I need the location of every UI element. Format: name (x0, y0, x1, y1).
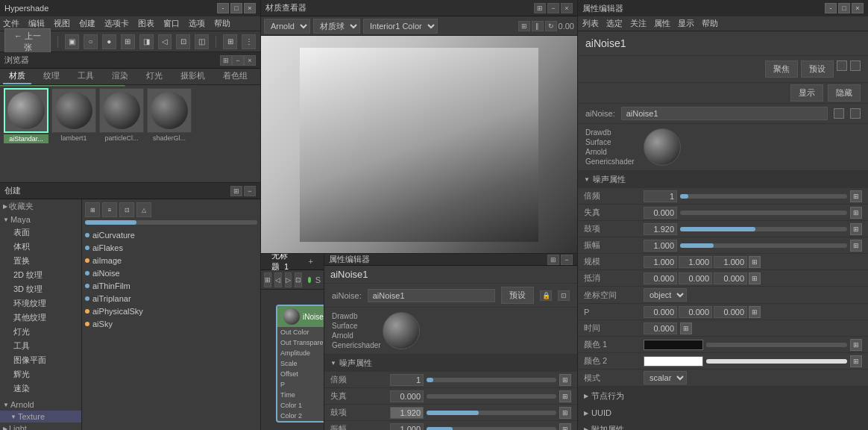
material-thumb-1[interactable] (4, 88, 48, 133)
material-thumb-2[interactable] (51, 88, 96, 133)
tree-item-replace[interactable]: 置换 (0, 254, 81, 268)
shape-select[interactable]: 材质球 (313, 19, 360, 34)
list-item[interactable]: aiPhysicalSky (85, 305, 257, 317)
build-icon-2[interactable]: − (244, 186, 256, 196)
right-slider-color2[interactable] (706, 359, 847, 364)
build-icon-1[interactable]: ⊞ (230, 186, 242, 196)
right-prop-val-zhefu[interactable]: 1.000 (644, 240, 677, 252)
inline-slider-zhefu[interactable] (427, 427, 556, 431)
tree-item-surface[interactable]: 表面 (0, 225, 81, 240)
tree-group-maya[interactable]: ▼ Maya (0, 214, 81, 225)
right-close-btn[interactable]: × (852, 3, 864, 13)
right-prop-val-dixiao1[interactable]: 0.000 (644, 272, 677, 284)
inline-icon-1[interactable]: ⊞ (547, 255, 559, 265)
right-prop-val-guimo3[interactable]: 1.000 (714, 256, 747, 268)
right-focus-btn[interactable]: 聚焦 (765, 60, 798, 78)
right-check-sq-2[interactable] (850, 60, 861, 71)
inline-prop-val-beipn[interactable]: 1 (390, 374, 424, 386)
right-coord-select[interactable]: object (644, 288, 687, 302)
list-item[interactable]: aiTriplanar (85, 293, 257, 305)
inline-copy-icon[interactable]: ⊡ (558, 290, 570, 301)
right-extra-header[interactable]: ▶ 附加属性 (578, 421, 868, 430)
menu-help[interactable]: 帮助 (214, 18, 230, 29)
tab-shading-group[interactable]: 着色组 (217, 69, 254, 84)
tab-material[interactable]: 材质 (3, 69, 31, 84)
list-item[interactable]: aiCurvature (85, 229, 257, 241)
right-prop-icon-time[interactable]: ⊞ (680, 322, 692, 334)
list-item[interactable]: aiNoise (85, 267, 257, 279)
tree-group-light[interactable]: ▶ Light (0, 423, 81, 430)
right-prop-val-guimo1[interactable]: 1.000 (644, 256, 677, 268)
right-menu-selected[interactable]: 选定 (606, 18, 623, 29)
right-menu-help[interactable]: 帮助 (702, 18, 718, 29)
material-thumb-4[interactable] (147, 88, 192, 133)
close-btn[interactable]: × (244, 3, 256, 13)
list-item[interactable]: aiFlakes (85, 242, 257, 254)
right-node-behavior-header[interactable]: ▶ 节点行为 (578, 387, 868, 405)
toolbar-icon-8[interactable]: ◫ (195, 34, 209, 49)
right-prop-val-p3[interactable]: 0.000 (714, 306, 747, 318)
inline-lock-icon[interactable]: 🔒 (540, 290, 552, 301)
toolbar-icon-3[interactable]: ● (102, 34, 116, 49)
right-minimize-btn[interactable]: - (825, 3, 837, 13)
right-prop-icon-beipin[interactable]: ⊞ (850, 190, 862, 202)
inline-slider-shizhen[interactable] (427, 394, 556, 399)
tab-texture[interactable]: 纹理 (37, 69, 66, 84)
right-slider-color1[interactable] (706, 343, 847, 347)
tab-light[interactable]: 灯光 (140, 69, 169, 84)
node-add-tab[interactable]: + (303, 255, 319, 269)
right-color2-swatch[interactable] (644, 356, 703, 367)
inline-prop-icon-beipn[interactable]: ⊞ (559, 374, 571, 386)
node-toolbar-1[interactable]: ⊞ (264, 272, 271, 287)
right-prop-val-dixiao3[interactable]: 0.000 (714, 272, 747, 284)
inline-slider-guxiang[interactable] (427, 411, 556, 415)
right-uuid-header[interactable]: ▶ UUID (578, 405, 868, 420)
tree-item-tools[interactable]: 工具 (0, 339, 81, 353)
material-select[interactable]: Interior1 Color (363, 19, 438, 34)
tree-group-arnold[interactable]: ▼ Arnold (0, 399, 81, 411)
menu-graph[interactable]: 图表 (138, 18, 154, 29)
inline-prop-val-guxiang[interactable]: 1.920 (390, 407, 424, 419)
list-item[interactable]: aiStandardSurface1 (aiStandardSurface) a… (3, 88, 49, 179)
right-prop-icon-color1[interactable]: ⊞ (850, 339, 862, 351)
list-item[interactable]: lambert1 (51, 88, 97, 179)
tree-item-2dtexture[interactable]: 2D 纹理 (0, 268, 81, 282)
tab-tools[interactable]: 工具 (72, 69, 100, 84)
right-prop-val-guimo2[interactable]: 1.000 (679, 256, 712, 268)
list-item[interactable]: shaderGl... (146, 88, 192, 179)
build-toolbar-2[interactable]: ≡ (102, 202, 117, 217)
right-prop-val-shizhen[interactable]: 0.000 (644, 207, 677, 219)
tab-render[interactable]: 渲染 (106, 69, 134, 84)
right-prop-val-p1[interactable]: 0.000 (644, 306, 677, 318)
tree-item-othertexture[interactable]: 其他纹理 (0, 311, 81, 325)
right-noise-section-header[interactable]: ▼ 噪声属性 (578, 171, 868, 188)
right-slider-guxiang[interactable] (680, 227, 847, 231)
right-mode-select[interactable]: scalar (644, 371, 687, 384)
tree-item-envtexture[interactable]: 环境纹理 (0, 296, 81, 311)
list-item[interactable]: particleCl... (98, 88, 145, 179)
browser-icon-1[interactable]: ⊞ (220, 55, 232, 66)
toolbar-icon-7[interactable]: ⊡ (176, 34, 190, 49)
viewer-minus-icon[interactable]: − (547, 3, 559, 13)
inline-prop-val-shizhen[interactable]: 0.000 (390, 390, 424, 402)
minimize-btn[interactable]: - (217, 3, 229, 13)
inline-prop-val-zhefu[interactable]: 1.000 (390, 423, 424, 431)
right-slider-shizhen[interactable] (680, 211, 847, 215)
viewer-toolbar-icon-1[interactable]: ⊞ (518, 21, 530, 31)
tree-item-volume[interactable]: 体积 (0, 240, 81, 254)
right-color1-swatch[interactable] (644, 340, 703, 350)
inline-noise-section-header[interactable]: ▼ 噪声属性 (324, 355, 577, 372)
browser-icon-3[interactable]: × (244, 55, 256, 66)
tree-item-glow[interactable]: 辉光 (0, 367, 81, 381)
right-slider-zhefu[interactable] (680, 243, 847, 248)
toolbar-icon-2[interactable]: ○ (84, 34, 98, 49)
viewer-toolbar-icon-3[interactable]: ↻ (545, 21, 557, 31)
list-item[interactable]: aiImage (85, 255, 257, 267)
right-prop-val-beipin[interactable]: 1 (644, 190, 677, 202)
node-toolbar-4[interactable]: ⊡ (295, 272, 302, 287)
build-toolbar-4[interactable]: △ (136, 202, 151, 217)
right-hide-btn[interactable]: 隐藏 (828, 84, 861, 102)
right-preset-btn[interactable]: 预设 (801, 60, 834, 78)
right-menu-display[interactable]: 显示 (678, 18, 694, 29)
right-menu-list[interactable]: 列表 (582, 18, 599, 29)
